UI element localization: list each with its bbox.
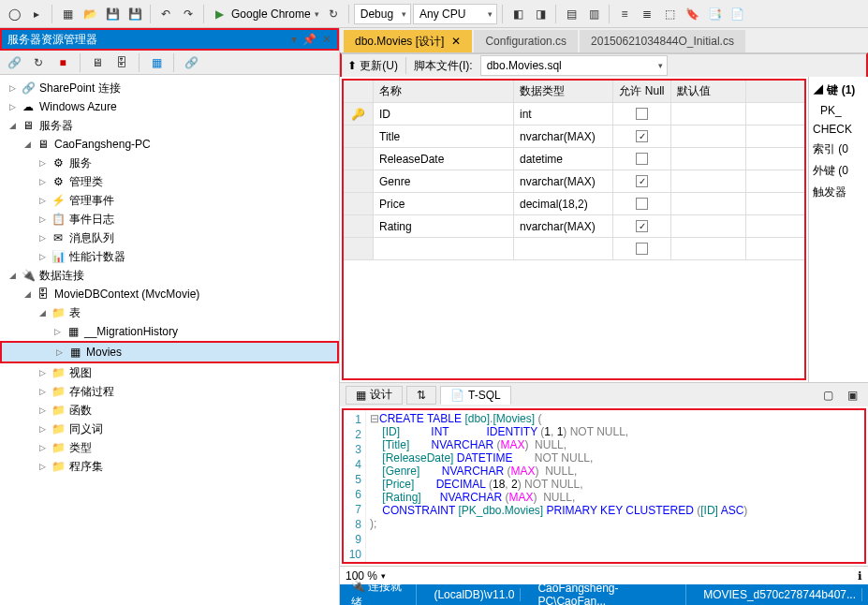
cell-type[interactable]: int xyxy=(514,103,613,125)
expander-icon[interactable]: ▷ xyxy=(37,214,47,224)
expander-icon[interactable]: ▷ xyxy=(37,196,47,205)
swap-tab[interactable]: ⇅ xyxy=(406,386,436,405)
index-header[interactable]: 索引 (0 xyxy=(813,141,864,157)
tree-item[interactable]: ▷⚙服务 xyxy=(0,154,339,172)
cell-name[interactable]: Genre xyxy=(374,170,514,192)
expander-icon[interactable]: ▷ xyxy=(52,327,62,336)
col-type-header[interactable]: 数据类型 xyxy=(514,81,613,102)
expander-icon[interactable]: ▷ xyxy=(7,102,17,111)
pk-item[interactable]: PK_ xyxy=(813,104,864,117)
expander-icon[interactable]: ▷ xyxy=(54,347,64,357)
cell-default[interactable] xyxy=(671,170,746,192)
db-icon[interactable]: 🗄 xyxy=(111,52,132,73)
config-dropdown[interactable]: Debug xyxy=(354,4,411,24)
expander-icon[interactable]: ▷ xyxy=(37,177,47,186)
cell-default[interactable] xyxy=(671,193,746,214)
tree-item[interactable]: ▷⚙管理类 xyxy=(0,172,339,191)
checkbox[interactable] xyxy=(636,153,648,165)
save-icon[interactable]: 💾 xyxy=(102,4,123,24)
sp-icon[interactable]: 🔗 xyxy=(181,52,201,73)
grid-row[interactable]: Rating nvarchar(MAX) ✓ xyxy=(344,215,804,238)
tool-icon-5[interactable]: ≡ xyxy=(614,4,635,24)
cell-default[interactable] xyxy=(671,215,746,237)
cell-null[interactable] xyxy=(613,103,671,125)
checkbox[interactable] xyxy=(636,108,648,120)
grid-row[interactable]: ReleaseDate datetime xyxy=(344,148,804,170)
expander-icon[interactable]: ▷ xyxy=(37,387,47,396)
grid-row[interactable]: Genre nvarchar(MAX) ✓ xyxy=(344,170,804,193)
cell-null[interactable] xyxy=(613,238,671,259)
update-button[interactable]: ⬆ 更新(U) xyxy=(347,58,398,74)
tool-icon-7[interactable]: ⬚ xyxy=(659,4,680,24)
tree-item[interactable]: ◢🗄MovieDBContext (MvcMovie) xyxy=(0,285,339,303)
stop-icon[interactable]: ■ xyxy=(52,52,73,73)
cell-name[interactable]: ReleaseDate xyxy=(374,148,514,170)
cell-name[interactable]: Rating xyxy=(374,215,514,237)
bookmark-icon[interactable]: 🔖 xyxy=(682,4,702,24)
tree-item[interactable]: ▷📁函数 xyxy=(0,401,339,420)
expander-icon[interactable]: ▷ xyxy=(37,443,47,452)
expander-icon[interactable]: ▷ xyxy=(37,252,47,261)
keys-header[interactable]: ◢ 键 (1) xyxy=(813,82,864,98)
tool-icon-4[interactable]: ▥ xyxy=(583,4,604,24)
grid-row[interactable]: Title nvarchar(MAX) ✓ xyxy=(344,125,804,148)
tree-item[interactable]: ◢🖥服务器 xyxy=(0,116,339,135)
cell-default[interactable] xyxy=(671,103,746,125)
start-icon[interactable]: ▶ xyxy=(209,4,229,24)
forward-icon[interactable]: ▸ xyxy=(26,4,47,24)
info-icon[interactable]: ℹ xyxy=(858,569,862,583)
tree-item[interactable]: ▷📁类型 xyxy=(0,438,339,457)
checkbox[interactable]: ✓ xyxy=(636,130,648,142)
cell-type[interactable]: nvarchar(MAX) xyxy=(514,170,613,192)
tree-item[interactable]: ▷▦Movies xyxy=(2,343,337,362)
col-default-header[interactable]: 默认值 xyxy=(671,81,746,102)
cell-default[interactable] xyxy=(671,238,746,259)
expander-icon[interactable]: ◢ xyxy=(37,308,47,317)
tool-icon-1[interactable]: ◧ xyxy=(508,4,528,24)
tree-item[interactable]: ▷📁同义词 xyxy=(0,420,339,438)
tree-item[interactable]: ◢🔌数据连接 xyxy=(0,266,339,285)
tool-icon-9[interactable]: 📄 xyxy=(727,4,747,24)
open-icon[interactable]: 📂 xyxy=(80,4,100,24)
expander-icon[interactable]: ◢ xyxy=(7,271,17,280)
azure-icon[interactable]: ▦ xyxy=(146,52,167,73)
cell-null[interactable]: ✓ xyxy=(613,215,671,237)
checkbox[interactable] xyxy=(636,243,648,255)
close-icon[interactable]: ✕ xyxy=(322,33,331,46)
cell-type[interactable] xyxy=(514,238,613,259)
cell-null[interactable] xyxy=(613,148,671,170)
tree-item[interactable]: ▷🔗SharePoint 连接 xyxy=(0,79,339,97)
cell-type[interactable]: decimal(18,2) xyxy=(514,193,613,214)
col-name-header[interactable]: 名称 xyxy=(374,81,514,102)
server-icon[interactable]: 🖥 xyxy=(87,52,108,73)
cell-name[interactable]: ID xyxy=(374,103,514,125)
sql-editor[interactable]: 12345678910 ⊟CREATE TABLE [dbo].[Movies]… xyxy=(342,408,866,564)
expand-icon[interactable]: ▢ xyxy=(817,385,838,406)
expander-icon[interactable]: ▷ xyxy=(37,368,47,377)
tree-item[interactable]: ◢📁表 xyxy=(0,303,339,322)
tool-icon-2[interactable]: ◨ xyxy=(530,4,551,24)
tool-icon-6[interactable]: ≣ xyxy=(637,4,657,24)
tree-item[interactable]: ▷📁视图 xyxy=(0,363,339,382)
refresh-icon[interactable]: ↻ xyxy=(28,52,49,73)
refresh-icon[interactable]: ↻ xyxy=(323,4,344,24)
platform-dropdown[interactable]: Any CPU xyxy=(413,4,497,24)
expander-icon[interactable]: ▷ xyxy=(37,406,47,415)
back-icon[interactable]: ◯ xyxy=(4,4,24,24)
cell-name[interactable]: Price xyxy=(374,193,514,214)
tree-item[interactable]: ▷📊性能计数器 xyxy=(0,247,339,266)
cell-name[interactable] xyxy=(374,238,514,259)
tree-item[interactable]: ▷⚡管理事件 xyxy=(0,191,339,210)
sql-code[interactable]: ⊟CREATE TABLE [dbo].[Movies] ( [ID] INT … xyxy=(366,410,864,562)
expander-icon[interactable]: ◢ xyxy=(22,289,32,299)
new-project-icon[interactable]: ▦ xyxy=(57,4,78,24)
trigger-header[interactable]: 触发器 xyxy=(813,184,864,200)
browser-label[interactable]: Google Chrome xyxy=(231,7,311,21)
expander-icon[interactable]: ◢ xyxy=(22,140,32,149)
cell-type[interactable]: nvarchar(MAX) xyxy=(514,125,613,147)
pin-icon[interactable]: 📌 xyxy=(302,33,316,46)
dropdown-icon[interactable]: ▾ xyxy=(291,33,297,46)
tree-item[interactable]: ◢🖥CaoFangsheng-PC xyxy=(0,135,339,154)
cell-null[interactable]: ✓ xyxy=(613,125,671,147)
grid-row[interactable]: Price decimal(18,2) xyxy=(344,193,804,215)
